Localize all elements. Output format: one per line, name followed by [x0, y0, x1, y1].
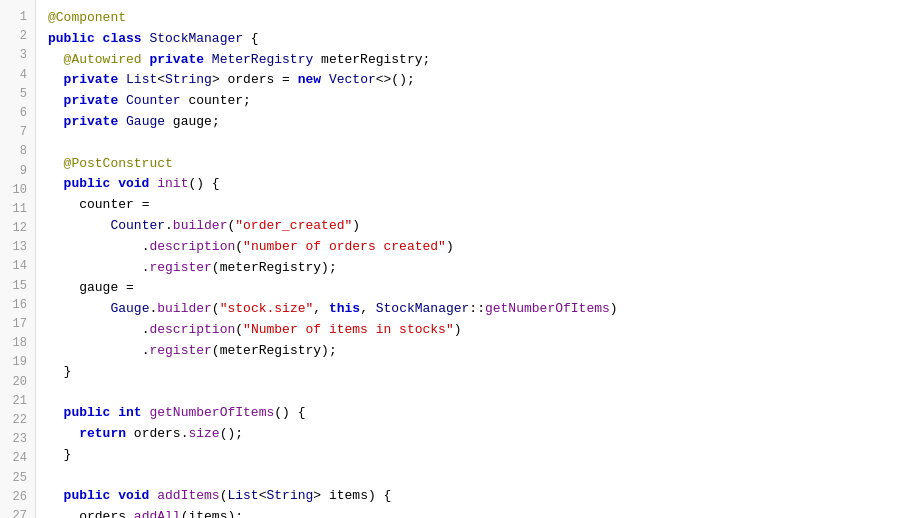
token-kw-blue: public: [64, 176, 119, 191]
token-kw-blue: public: [48, 31, 103, 46]
token-kw-blue: void: [118, 176, 157, 191]
token-kw-blue: return: [79, 426, 134, 441]
token-plain: >: [313, 488, 329, 503]
code-line: gauge =: [48, 278, 907, 299]
token-plain: counter: [79, 197, 134, 212]
token-plain: {: [243, 31, 259, 46]
token-type: Vector: [329, 72, 376, 87]
token-kw-blue: int: [118, 405, 149, 420]
line-number: 15: [0, 277, 35, 296]
token-kw-blue: public: [64, 405, 119, 420]
token-plain: (: [212, 260, 220, 275]
token-kw-blue: private: [64, 72, 126, 87]
code-line: public void addItems(List<String> items)…: [48, 486, 907, 507]
token-plain: [48, 239, 142, 254]
line-number: 25: [0, 469, 35, 488]
token-plain: ,: [313, 301, 329, 316]
token-plain: (: [235, 322, 243, 337]
token-plain: [48, 301, 110, 316]
token-type: Gauge: [110, 301, 149, 316]
token-plain: ): [454, 322, 462, 337]
line-number: 6: [0, 104, 35, 123]
code-line: .description("number of orders created"): [48, 237, 907, 258]
line-number: 14: [0, 257, 35, 276]
token-method-call: description: [149, 322, 235, 337]
token-method-call: description: [149, 239, 235, 254]
token-plain: [48, 72, 64, 87]
token-plain: [48, 488, 64, 503]
line-number: 22: [0, 411, 35, 430]
token-plain: ,: [360, 301, 376, 316]
token-plain: ): [446, 239, 454, 254]
token-plain: [48, 447, 64, 462]
token-method: addItems: [157, 488, 219, 503]
token-plain: );: [321, 260, 337, 275]
token-kw-blue: this: [329, 301, 360, 316]
token-plain: [48, 509, 79, 518]
code-line: .register(meterRegistry);: [48, 341, 907, 362]
token-type: MeterRegistry: [212, 52, 313, 67]
token-type: String: [165, 72, 212, 87]
token-kw-annotation: @Autowired: [64, 52, 142, 67]
token-plain: <>();: [376, 72, 415, 87]
token-plain: =: [118, 280, 134, 295]
line-number: 20: [0, 373, 35, 392]
line-numbers: 1234567891011121314151617181920212223242…: [0, 0, 36, 518]
token-plain: counter: [188, 93, 243, 108]
token-type: Counter: [126, 93, 181, 108]
token-type: String: [267, 488, 314, 503]
code-line: return orders.size();: [48, 424, 907, 445]
token-plain: () {: [274, 405, 305, 420]
line-number: 5: [0, 85, 35, 104]
token-plain: items: [188, 509, 227, 518]
token-plain: );: [321, 343, 337, 358]
token-plain: [48, 93, 64, 108]
token-type: Counter: [110, 218, 165, 233]
line-number: 4: [0, 66, 35, 85]
code-line: public int getNumberOfItems() {: [48, 403, 907, 424]
code-line: [48, 133, 907, 154]
line-number: 23: [0, 430, 35, 449]
line-number: 24: [0, 449, 35, 468]
token-kw-blue: private: [64, 114, 126, 129]
line-number: 16: [0, 296, 35, 315]
token-plain: [48, 197, 79, 212]
line-number: 21: [0, 392, 35, 411]
token-method: init: [157, 176, 188, 191]
code-line: orders.addAll(items);: [48, 507, 907, 518]
token-plain: (: [235, 239, 243, 254]
token-kw-blue: public: [64, 488, 119, 503]
code-line: }: [48, 362, 907, 383]
token-plain: meterRegistry: [220, 260, 321, 275]
code-line: private Gauge gauge;: [48, 112, 907, 133]
token-kw-annotation: @Component: [48, 10, 126, 25]
token-plain: gauge: [173, 114, 212, 129]
token-type: Gauge: [126, 114, 165, 129]
line-number: 10: [0, 181, 35, 200]
line-number: 11: [0, 200, 35, 219]
token-plain: items: [329, 488, 368, 503]
token-plain: ) {: [368, 488, 391, 503]
code-line: }: [48, 445, 907, 466]
token-plain: [48, 364, 64, 379]
line-number: 26: [0, 488, 35, 507]
code-line: @PostConstruct: [48, 154, 907, 175]
token-plain: [313, 52, 321, 67]
token-plain: ::: [469, 301, 485, 316]
token-plain: meterRegistry: [321, 52, 422, 67]
token-type: StockManager: [149, 31, 243, 46]
token-plain: ;: [423, 52, 431, 67]
token-plain: [48, 260, 142, 275]
line-number: 27: [0, 507, 35, 518]
token-kw-blue: private: [64, 93, 126, 108]
token-kw-blue: new: [298, 72, 329, 87]
token-plain: [48, 405, 64, 420]
code-line: @Component: [48, 8, 907, 29]
line-number: 19: [0, 353, 35, 372]
token-method: getNumberOfItems: [149, 405, 274, 420]
token-plain: [165, 114, 173, 129]
code-line: .register(meterRegistry);: [48, 258, 907, 279]
token-plain: [48, 156, 64, 171]
token-kw-blue: void: [118, 488, 157, 503]
code-line: Counter.builder("order_created"): [48, 216, 907, 237]
